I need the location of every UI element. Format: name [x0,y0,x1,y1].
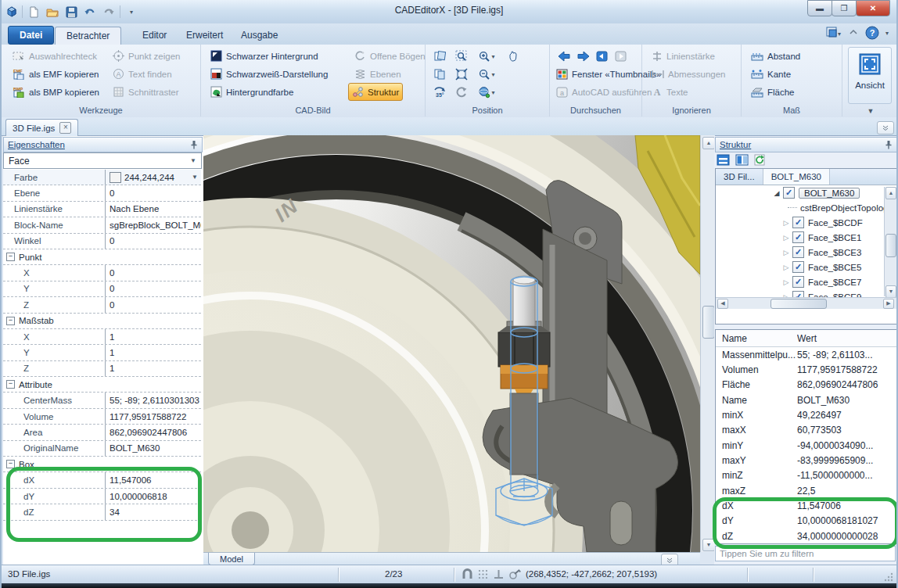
abstand-button[interactable]: Abstand [748,48,803,64]
tree-expanded-icon[interactable]: ◢ [772,189,781,197]
3d-viewport[interactable]: IN [203,135,700,552]
checkbox-checked-icon[interactable]: ✓ [792,261,804,273]
property-group-row[interactable]: −Box [3,457,201,472]
checkbox-checked-icon[interactable]: ✓ [783,187,795,199]
column-header-name[interactable]: Name [716,333,797,344]
pin-icon[interactable] [885,140,893,149]
tree-root-row[interactable]: ◢ ✓ BOLT_M630 [716,185,896,200]
tab-erweitert[interactable]: Erweitert [175,27,234,44]
scrollbar-thumb[interactable] [770,299,827,309]
help-icon[interactable]: ? [865,26,879,40]
property-row[interactable]: Y1 [3,345,201,360]
split-rows-icon[interactable] [717,154,731,166]
refresh-icon[interactable] [754,154,767,166]
table-row[interactable]: maxZ22,5 [716,483,896,498]
table-row[interactable]: minY-94,0000034090... [716,438,896,453]
ebenen-button[interactable]: Ebenen [351,66,404,82]
table-row[interactable]: minX49,226497 [716,407,896,422]
hintergrundfarbe-button[interactable]: Hintergrundfarbe [207,84,296,100]
model-sheet-tab[interactable]: Model [208,553,255,565]
checkbox-checked-icon[interactable]: ✓ [792,231,804,243]
texte-button[interactable]: A Texte [648,84,691,100]
back-arrow-button[interactable] [555,48,573,65]
property-row[interactable]: dY10,000006818 [3,489,201,504]
ansicht-button[interactable]: Ansicht [848,47,892,104]
filter-input[interactable]: Tippen Sie um zu filtern [715,546,896,561]
copy-emf-button[interactable]: EMF als EMF kopieren [9,66,102,82]
pin-icon[interactable] [190,140,198,149]
property-row[interactable]: X1 [3,329,201,345]
rotate-sheet-button[interactable] [430,48,449,65]
table-row[interactable]: dX11,547006 [716,498,896,513]
tree-item[interactable]: ▷✓Face_$BCE7 [716,274,896,289]
scroll-up-icon[interactable]: ▲ [885,187,896,199]
table-row[interactable]: maxX60,773503 [716,423,896,438]
tree-item[interactable]: ▷✓Face_$BCDF [716,215,896,230]
schnittraster-button[interactable]: Schnittraster [110,84,182,100]
schwarzer-hintergrund-button[interactable]: Schwarzer Hintergrund [207,48,321,64]
rotate-35-button[interactable]: 35° [430,84,449,101]
zoom-in-button[interactable]: ▾ [474,48,499,65]
column-header-wert[interactable]: Wert [797,333,896,344]
table-row[interactable]: minZ-11,5000000000... [716,468,896,483]
linienstaerke-button[interactable]: Linienstärke [648,48,718,64]
checkbox-checked-icon[interactable]: ✓ [792,276,804,288]
property-row[interactable]: Y0 [3,281,201,297]
collapse-ribbon-icon[interactable] [848,29,859,37]
ortho-icon[interactable] [493,568,505,580]
kante-button[interactable]: Kante [748,66,794,82]
page-forward-button[interactable] [611,48,630,65]
property-row[interactable]: Area862,096902447806 [3,425,201,440]
zoom-extents-button[interactable] [452,66,471,83]
tree-item[interactable]: ▷✓Face_$BCE5 [716,260,896,274]
collapse-box-icon[interactable]: − [6,253,15,261]
property-row[interactable]: CenterMass55; -89; 2,6110301303 [3,393,201,408]
text-finden-button[interactable]: A Text finden [110,66,175,82]
tab-betrachter[interactable]: Betrachter [55,27,121,45]
color-dropdown-icon[interactable]: ▼ [192,174,201,181]
property-row[interactable]: Ebene0 [3,185,201,201]
viewport-vertical-scrollbar[interactable]: ▲ ▼ [700,135,715,552]
checkbox-checked-icon[interactable]: ✓ [792,291,804,297]
scroll-left-icon[interactable]: ◀ [717,299,728,309]
property-row[interactable]: Z1 [3,361,201,377]
resize-grip-icon[interactable] [883,572,893,582]
ansicht-dropdown-icon[interactable]: ▼ [842,107,898,115]
tree-tab-file[interactable]: 3D Fil... [716,169,763,185]
table-row[interactable]: maxY-83,9999965909... [716,453,896,468]
property-row[interactable]: OriginalNameBOLT_M630 [3,441,201,457]
property-row[interactable]: X0 [3,265,201,281]
property-row[interactable]: Z0 [3,297,201,313]
collapse-box-icon[interactable]: − [6,380,15,389]
docstrip-chevron-button[interactable] [877,121,894,134]
property-group-row[interactable]: −Attribute [3,377,201,393]
page-back-button[interactable] [592,48,611,65]
scroll-down-icon[interactable]: ▼ [702,539,715,551]
tree-item[interactable]: ▷✓Face_$BCE1 [716,230,896,245]
scroll-down-icon[interactable]: ▼ [885,285,896,297]
collapse-box-icon[interactable]: − [6,317,15,325]
tree-item[interactable]: ▷✓Face_$BCE9 [716,289,896,297]
zoom-out-button[interactable]: ▾ [474,66,499,83]
ribbon-options-icon[interactable]: ▾ [826,27,842,39]
scrollbar-thumb[interactable] [702,306,715,339]
scrollbar-thumb[interactable] [885,234,896,257]
property-row[interactable]: Farbe 244,244,244 ▼ [3,170,201,185]
property-row[interactable]: Volume1177,95917588722 [3,409,201,425]
abmessungen-button[interactable]: Abmessungen [648,66,729,82]
tree-vertical-scrollbar[interactable]: ▲ ▼ [884,187,896,296]
property-row[interactable]: dX11,547006 [3,472,201,488]
auswahlrechteck-button[interactable]: Auswahlrechteck [9,48,100,64]
table-row[interactable]: NameBOLT_M630 [716,393,896,407]
table-row[interactable]: dY10,0000068181027 [716,514,896,529]
tab-editor[interactable]: Editor [131,27,178,44]
pan-hand-button[interactable] [504,48,523,65]
properties-panel-header[interactable]: Eigenschaften [3,137,203,152]
forward-arrow-button[interactable] [573,48,592,65]
struktur-button[interactable]: Struktur [348,83,403,101]
previous-view-button[interactable] [452,84,471,101]
close-button[interactable]: ✕ [856,0,890,16]
orbit-3d-button[interactable]: ▾ [474,84,499,101]
tab-datei[interactable]: Datei [8,26,54,45]
table-row[interactable]: dZ34,0000000000028 [716,529,896,543]
